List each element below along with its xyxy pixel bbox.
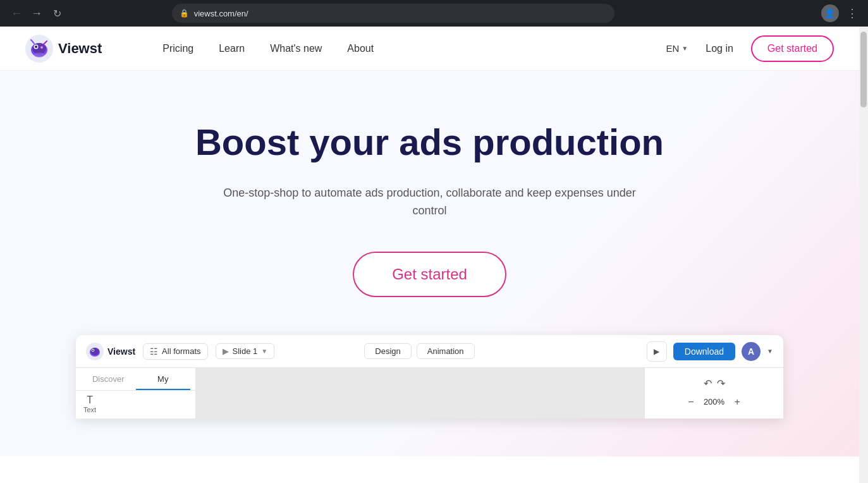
back-button[interactable]: ← [8, 4, 25, 22]
browser-chrome: ← → ↻ 🔒 viewst.com/en/ 👤 ⋮ [0, 0, 868, 27]
hero-cta: Get started [25, 252, 834, 297]
lang-selector[interactable]: EN ▼ [666, 43, 688, 54]
undo-redo-controls: ↶ ↷ [704, 377, 725, 389]
app-body: Discover My T Text Photos · 1 500 000 + [76, 368, 783, 419]
logo-text: Viewst [58, 40, 102, 57]
svg-point-6 [40, 46, 43, 49]
text-tool-icon: T [87, 394, 93, 406]
right-panel: ↶ ↷ − 200% + [644, 368, 783, 419]
avatar-button[interactable]: A [742, 342, 761, 361]
design-button[interactable]: Design [364, 343, 411, 359]
app-toolbar: Viewst ☷ All formats ▶ Slide 1 ▼ [76, 335, 783, 368]
play-icon: ▶ [654, 347, 659, 356]
zoom-controls: − 200% + [683, 394, 745, 410]
nav-links: Pricing Learn What's new About [152, 38, 384, 59]
app-logo-text: Viewst [107, 346, 135, 357]
canvas-area [196, 368, 644, 419]
svg-point-4 [35, 46, 37, 48]
nav-right: EN ▼ Log in Get started [666, 35, 834, 62]
toolbar-right: ▶ Download A ▼ [647, 341, 773, 362]
get-started-nav-button[interactable]: Get started [751, 35, 834, 62]
chevron-down-icon: ▼ [682, 45, 688, 52]
text-tool-label: Text [83, 406, 96, 413]
navbar: Viewst Pricing Learn What's new About EN… [0, 27, 859, 71]
slide-chevron-icon: ▼ [261, 348, 267, 355]
hero-title: Boost your ads production [145, 121, 714, 164]
download-button[interactable]: Download [673, 343, 735, 360]
nav-link-about[interactable]: About [337, 38, 384, 59]
lock-icon: 🔒 [180, 9, 189, 18]
app-logo-small-icon [86, 343, 104, 360]
logo-icon [25, 35, 53, 63]
profile-button[interactable]: 👤 [821, 4, 839, 22]
tab-my[interactable]: My [136, 368, 191, 390]
zoom-out-button[interactable]: − [683, 394, 699, 410]
login-button[interactable]: Log in [698, 38, 741, 59]
logo[interactable]: Viewst [25, 35, 102, 63]
sidebar-tabs: Discover My [76, 368, 195, 391]
sidebar-panel: Discover My T Text Photos · 1 500 000 + [76, 368, 196, 419]
svg-point-11 [92, 350, 94, 351]
scrollbar-track[interactable] [859, 27, 868, 483]
redo-button[interactable]: ↷ [717, 377, 725, 389]
toolbar-center: Design Animation [364, 343, 474, 359]
forward-button[interactable]: → [28, 4, 46, 22]
svg-point-9 [90, 348, 99, 355]
zoom-in-button[interactable]: + [730, 394, 745, 410]
slide-selector[interactable]: ▶ Slide 1 ▼ [216, 343, 275, 359]
get-started-hero-button[interactable]: Get started [353, 252, 506, 297]
scrollbar-thumb[interactable] [860, 32, 867, 107]
tab-discover[interactable]: Discover [81, 368, 136, 390]
nav-link-pricing[interactable]: Pricing [152, 38, 204, 59]
formats-selector[interactable]: ☷ All formats [143, 343, 207, 360]
slide-label: Slide 1 [233, 346, 258, 356]
nav-buttons: ← → ↻ [8, 4, 66, 22]
slide-icon: ▶ [223, 346, 229, 356]
svg-point-5 [34, 52, 44, 58]
app-preview: Viewst ☷ All formats ▶ Slide 1 ▼ [76, 335, 783, 419]
nav-link-learn[interactable]: Learn [209, 38, 255, 59]
avatar-chevron-icon[interactable]: ▼ [767, 348, 773, 355]
play-button[interactable]: ▶ [647, 341, 667, 362]
page-wrapper: Viewst Pricing Learn What's new About EN… [0, 27, 868, 483]
undo-button[interactable]: ↶ [704, 377, 712, 389]
browser-menu-button[interactable]: ⋮ [844, 4, 860, 23]
address-bar[interactable]: 🔒 viewst.com/en/ [172, 4, 614, 23]
hero-section: Boost your ads production One-stop-shop … [0, 71, 859, 456]
page-content: Viewst Pricing Learn What's new About EN… [0, 27, 859, 483]
hero-subtitle: One-stop-shop to automate ads production… [209, 184, 651, 221]
text-tool[interactable]: T Text [83, 394, 96, 413]
zoom-value: 200% [704, 397, 724, 407]
lang-label: EN [666, 43, 680, 54]
app-logo-small: Viewst [86, 343, 135, 360]
photos-label: Photos · 1 500 000 + [76, 417, 195, 419]
browser-actions: 👤 ⋮ [821, 4, 860, 23]
url-text: viewst.com/en/ [194, 9, 248, 18]
nav-link-whats-new[interactable]: What's new [260, 38, 332, 59]
formats-label: All formats [162, 346, 200, 356]
animation-button[interactable]: Animation [417, 343, 475, 359]
reload-button[interactable]: ↻ [48, 4, 66, 22]
formats-icon: ☷ [150, 346, 158, 357]
